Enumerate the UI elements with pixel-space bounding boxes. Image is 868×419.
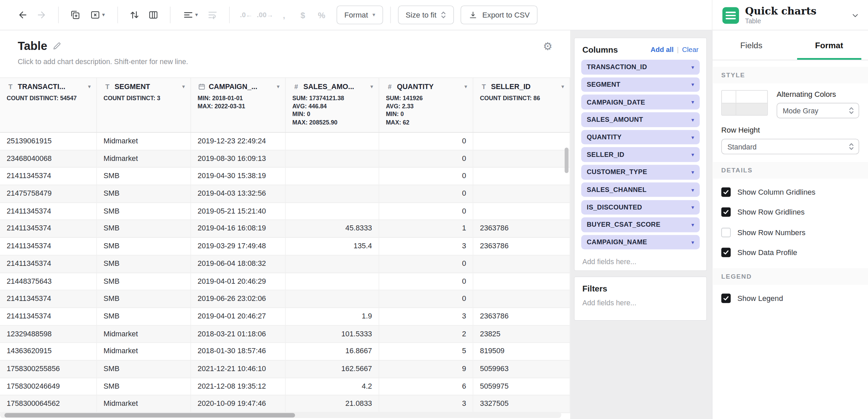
table-cell: 1758300064562 (0, 395, 97, 413)
percent-format-button[interactable]: % (312, 6, 331, 24)
chart-title[interactable]: Table (18, 39, 47, 52)
delete-chart-icon (90, 9, 101, 21)
size-to-fit-select[interactable]: Size to fit (398, 5, 454, 24)
column-pill-sales-channel[interactable]: SALES_CHANNEL▾ (581, 183, 700, 197)
tab-fields[interactable]: Fields (712, 30, 790, 60)
table-cell: 2019-05-21 15:21:40 (191, 203, 285, 220)
delete-chart-button[interactable]: ▾ (85, 6, 110, 24)
chevron-down-icon[interactable]: ▾ (691, 134, 694, 140)
column-pill-customer-type[interactable]: CUSTOMER_TYPE▾ (581, 165, 700, 179)
export-csv-button[interactable]: Export to CSV (461, 5, 537, 24)
column-pill-campaign-name[interactable]: CAMPAIGN_NAME▾ (581, 235, 700, 249)
column-pill-is-discounted[interactable]: IS_DISCOUNTED▾ (581, 200, 700, 214)
checkbox[interactable] (721, 294, 731, 303)
column-name: SEGMENT (114, 82, 150, 91)
table-cell: 21411345374 (0, 290, 97, 308)
checkbox[interactable] (721, 207, 731, 217)
column-header-campaign[interactable]: CAMPAIGN_...▾MIN: 2018-01-01MAX: 2022-03… (191, 78, 285, 132)
checkbox-row-show-row-gridlines[interactable]: Show Row Gridlines (721, 202, 859, 222)
chevron-down-icon[interactable]: ▾ (691, 99, 694, 105)
table-cell: 25139061915 (0, 133, 97, 150)
table-chart-icon (722, 7, 739, 23)
column-stat: COUNT DISTINCT: 86 (480, 94, 564, 102)
columns-add-fields-placeholder[interactable]: Add fields here... (575, 252, 706, 271)
columns-layout-button[interactable] (144, 6, 163, 24)
column-header-segment[interactable]: TSEGMENT▾COUNT DISTINCT: 3 (97, 78, 191, 132)
chevron-down-icon[interactable]: ▾ (691, 151, 694, 158)
chevron-down-icon[interactable]: ▾ (182, 83, 185, 89)
chevron-down-icon[interactable]: ▾ (88, 83, 91, 89)
table-cell: 21.0833 (286, 395, 379, 413)
checkbox[interactable] (721, 187, 731, 197)
horizontal-scrollbar-thumb[interactable] (4, 413, 295, 417)
text-wrap-button[interactable] (203, 6, 222, 24)
column-header-seller-id[interactable]: TSELLER_ID▾COUNT DISTINCT: 86 (473, 78, 570, 132)
format-dropdown-button[interactable]: Format ▾ (337, 5, 383, 24)
chevron-down-icon[interactable]: ▾ (691, 64, 694, 70)
alternating-colors-select[interactable]: Mode Gray (777, 103, 859, 118)
column-pill-transaction-id[interactable]: TRANSACTION_ID▾ (581, 60, 700, 74)
checkbox[interactable] (721, 228, 731, 237)
table-cell: 0 (379, 133, 474, 150)
table-cell: SMB (97, 290, 191, 308)
chevron-down-icon[interactable]: ▾ (277, 83, 279, 89)
sort-button[interactable] (125, 6, 144, 24)
text-type-icon: T (480, 83, 488, 90)
text-type-icon: T (103, 83, 111, 90)
chevron-down-icon[interactable]: ▾ (464, 83, 467, 89)
duplicate-chart-button[interactable] (66, 6, 85, 24)
horizontal-scrollbar[interactable] (0, 412, 561, 418)
chevron-down-icon[interactable]: ▾ (691, 222, 694, 228)
chevron-down-icon[interactable]: ▾ (691, 187, 694, 193)
chart-description-placeholder[interactable]: Click to add chart description. Shift-en… (18, 57, 570, 66)
align-button[interactable]: ▾ (178, 6, 203, 24)
table-row: 21411345374SMB2019-05-21 15:21:400 (0, 203, 570, 220)
column-pill-buyer-csat-score[interactable]: BUYER_CSAT_SCORE▾ (581, 217, 700, 232)
table-cell: 101.5333 (286, 326, 379, 343)
forward-button[interactable] (32, 6, 51, 24)
column-header-transacti[interactable]: TTRANSACTI...▾COUNT DISTINCT: 54547 (0, 78, 97, 132)
table-cell: SMB (97, 273, 191, 290)
chevron-down-icon[interactable]: ▾ (691, 169, 694, 175)
table-cell: 3 (379, 308, 474, 326)
increase-decimal-button[interactable]: .00→ (256, 6, 275, 24)
column-pill-segment[interactable]: SEGMENT▾ (581, 77, 700, 92)
chevron-down-icon[interactable]: ▾ (370, 83, 373, 89)
column-pill-sales-amount[interactable]: SALES_AMOUNT▾ (581, 112, 700, 127)
row-height-select[interactable]: Standard (721, 139, 859, 154)
table-cell: 2021-12-21 10:46:10 (191, 361, 285, 378)
table-cell: 2019-08-30 16:09:13 (191, 150, 285, 168)
add-all-link[interactable]: Add all (650, 46, 673, 53)
column-pill-quantity[interactable]: QUANTITY▾ (581, 130, 700, 144)
chart-settings-button[interactable]: ⚙ (540, 39, 556, 53)
checkbox-row-show-column-gridlines[interactable]: Show Column Gridlines (721, 182, 859, 202)
column-pill-campaign-date[interactable]: CAMPAIGN_DATE▾ (581, 95, 700, 109)
checkbox-row-show-data-profile[interactable]: Show Data Profile (721, 243, 859, 263)
chevron-down-icon[interactable]: ▾ (691, 204, 694, 210)
clear-link[interactable]: Clear (682, 46, 698, 53)
checkbox-row-show-legend[interactable]: Show Legend (721, 288, 859, 308)
percent-icon: % (314, 10, 329, 20)
tab-format[interactable]: Format (790, 30, 868, 60)
chevron-down-icon[interactable]: ▾ (691, 82, 694, 88)
checkbox-row-show-row-numbers[interactable]: Show Row Numbers (721, 222, 859, 243)
table-cell: 1 (379, 220, 474, 238)
thousands-separator-button[interactable]: , (275, 6, 293, 24)
table-row: 21475758479SMB2019-04-03 13:32:560 (0, 185, 570, 203)
column-header-sales-amo[interactable]: #SALES_AMO...▾SUM: 17374121.38AVG: 446.8… (286, 78, 379, 132)
vertical-scrollbar-thumb[interactable] (565, 148, 568, 173)
table-cell (286, 255, 379, 273)
chevron-down-icon[interactable]: ▾ (691, 239, 694, 245)
currency-format-button[interactable]: $ (293, 6, 312, 24)
back-button[interactable] (13, 6, 32, 24)
filters-add-fields-placeholder[interactable]: Add fields here... (575, 298, 706, 312)
column-header-quantity[interactable]: #QUANTITY▾SUM: 141926AVG: 2.33MIN: 0MAX:… (379, 78, 474, 132)
style-section: Alternating Colors Mode Gray (712, 83, 868, 120)
table-cell: 2019-04-01 20:46:27 (191, 308, 285, 326)
chart-type-selector[interactable]: Quick charts Table (712, 0, 868, 30)
checkbox[interactable] (721, 248, 731, 257)
chevron-down-icon[interactable]: ▾ (691, 117, 694, 123)
column-pill-seller-id[interactable]: SELLER_ID▾ (581, 147, 700, 162)
chevron-down-icon[interactable]: ▾ (561, 83, 564, 89)
edit-pencil-icon[interactable] (53, 42, 61, 50)
